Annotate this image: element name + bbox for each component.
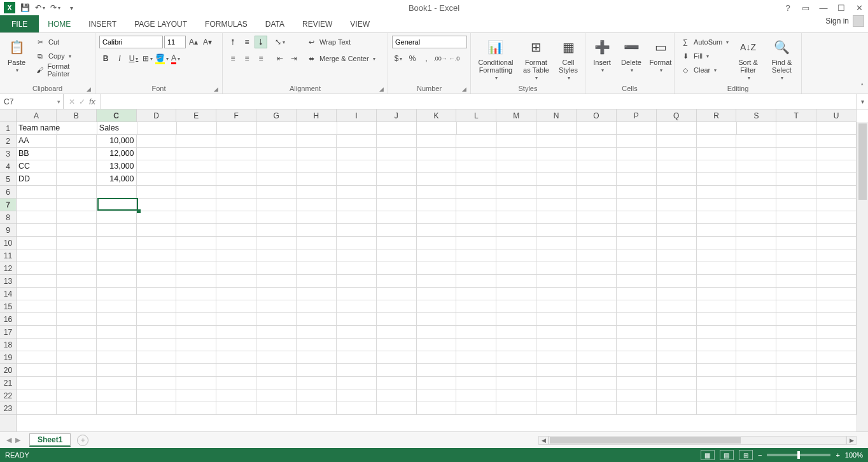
cell[interactable] <box>577 249 617 262</box>
cell[interactable] <box>377 160 417 173</box>
cell[interactable] <box>536 262 577 275</box>
undo-button[interactable]: ↶▾ <box>33 1 47 15</box>
cell[interactable] <box>176 186 216 199</box>
cell[interactable] <box>697 377 737 389</box>
cell[interactable] <box>456 160 496 173</box>
cell[interactable] <box>496 173 536 186</box>
cell[interactable] <box>617 199 657 211</box>
cell[interactable] <box>496 288 536 300</box>
decrease-indent-button[interactable]: ⇤ <box>274 52 286 65</box>
chevron-down-icon[interactable]: ▾ <box>57 99 60 105</box>
cell[interactable] <box>776 364 816 377</box>
font-size-input[interactable] <box>164 36 186 48</box>
cell[interactable] <box>417 237 457 249</box>
sign-in[interactable]: Sign in <box>825 15 864 27</box>
cell[interactable] <box>57 224 97 237</box>
normal-view-button[interactable]: ▦ <box>701 450 715 460</box>
cell[interactable] <box>297 135 337 148</box>
cell[interactable] <box>456 135 496 148</box>
column-header[interactable]: T <box>776 109 816 122</box>
cell[interactable] <box>216 288 256 300</box>
tab-insert[interactable]: INSERT <box>80 15 125 32</box>
decrease-decimal-button[interactable]: ←.0 <box>448 52 461 65</box>
cell[interactable] <box>657 402 697 415</box>
dialog-launcher-icon[interactable]: ◢ <box>87 86 91 92</box>
align-bottom-button[interactable]: ⭳ <box>255 36 267 48</box>
cell[interactable] <box>577 351 617 364</box>
cell[interactable] <box>377 300 417 313</box>
column-header[interactable]: A <box>17 109 57 122</box>
insert-function-button[interactable]: fx <box>89 97 95 106</box>
cell[interactable] <box>256 339 297 351</box>
cell[interactable] <box>697 135 737 148</box>
cell[interactable] <box>256 389 297 402</box>
cell[interactable] <box>176 313 216 326</box>
cell[interactable] <box>137 237 177 249</box>
cell[interactable] <box>137 389 177 402</box>
cell[interactable] <box>417 186 457 199</box>
cell[interactable] <box>736 186 776 199</box>
cell[interactable] <box>337 351 377 364</box>
cell[interactable] <box>417 377 457 389</box>
cell[interactable] <box>417 364 457 377</box>
cell[interactable] <box>697 364 737 377</box>
cell[interactable] <box>456 199 496 211</box>
cell[interactable] <box>577 262 617 275</box>
cell[interactable] <box>657 364 697 377</box>
scrollbar-thumb[interactable] <box>858 123 867 200</box>
scrollbar-thumb[interactable] <box>550 437 741 444</box>
cell[interactable]: BB <box>17 148 57 160</box>
underline-button[interactable]: U▾ <box>127 52 140 65</box>
cell[interactable] <box>137 148 177 160</box>
sheet-tab-sheet1[interactable]: Sheet1 <box>29 433 71 447</box>
cancel-formula-button[interactable]: ✕ <box>69 97 75 106</box>
cell[interactable] <box>176 148 216 160</box>
cell[interactable] <box>337 300 377 313</box>
cell[interactable] <box>697 313 737 326</box>
cell[interactable] <box>216 135 256 148</box>
cell[interactable] <box>176 364 216 377</box>
cell[interactable] <box>97 364 137 377</box>
cell[interactable] <box>577 364 617 377</box>
cell[interactable] <box>377 199 417 211</box>
cell[interactable] <box>57 249 97 262</box>
cell[interactable] <box>617 275 657 288</box>
cell[interactable] <box>137 377 177 389</box>
cell[interactable] <box>176 339 216 351</box>
cell[interactable] <box>537 122 577 135</box>
cell[interactable] <box>577 160 617 173</box>
cell[interactable] <box>97 389 137 402</box>
cell[interactable] <box>776 389 816 402</box>
cell[interactable] <box>496 199 536 211</box>
cell[interactable] <box>536 402 577 415</box>
cell[interactable] <box>337 224 377 237</box>
cell[interactable] <box>176 326 216 339</box>
format-cells-button[interactable]: ▭Format▾ <box>648 36 673 74</box>
row-header[interactable]: 22 <box>0 389 16 402</box>
cell[interactable] <box>57 199 97 211</box>
cell[interactable] <box>776 262 816 275</box>
cell[interactable] <box>776 211 816 224</box>
cell[interactable] <box>377 237 417 249</box>
cell[interactable] <box>776 199 816 211</box>
cell[interactable] <box>417 300 457 313</box>
cell[interactable] <box>617 122 657 135</box>
cell[interactable] <box>697 402 737 415</box>
cell[interactable] <box>256 135 297 148</box>
cell[interactable] <box>816 389 857 402</box>
cell[interactable] <box>177 122 217 135</box>
row-header[interactable]: 13 <box>0 275 16 288</box>
cell[interactable] <box>256 377 297 389</box>
cell[interactable] <box>456 148 496 160</box>
cell[interactable] <box>736 199 776 211</box>
cell[interactable] <box>137 122 178 135</box>
cell[interactable] <box>337 122 377 135</box>
cell[interactable] <box>297 262 337 275</box>
cell[interactable] <box>617 249 657 262</box>
formula-input[interactable] <box>101 94 857 109</box>
cell[interactable] <box>417 122 457 135</box>
column-header[interactable]: Q <box>657 109 697 122</box>
horizontal-scrollbar[interactable]: ◀ ▶ <box>538 435 857 445</box>
cell[interactable] <box>657 326 697 339</box>
cell[interactable] <box>176 160 216 173</box>
